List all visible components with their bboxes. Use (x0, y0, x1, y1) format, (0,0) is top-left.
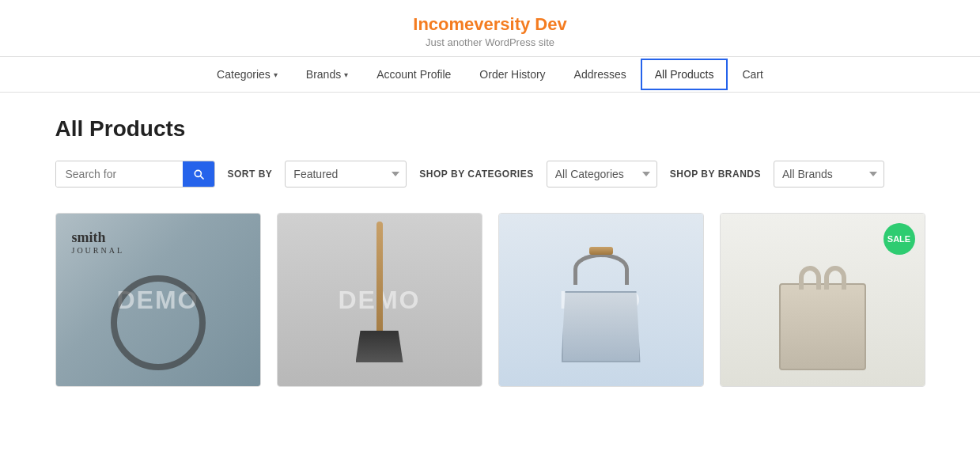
filter-bar: SORT BY Featured Price: Low to High Pric… (55, 161, 925, 188)
product-2-head (356, 331, 403, 362)
product-3-handle (573, 253, 629, 285)
product-image-2: DEMO (278, 214, 482, 386)
search-wrapper (55, 161, 215, 188)
main-nav: Categories ▾ Brands ▾ Account Profile Or… (0, 57, 980, 93)
site-title: Incomeversity Dev (0, 14, 980, 35)
nav-label-cart: Cart (742, 68, 762, 81)
nav-item-cart[interactable]: Cart (728, 57, 777, 92)
product-image-4: SALE DEMO (721, 214, 925, 386)
brands-select[interactable]: All Brands Smith Journal Brand B Brand C (774, 161, 884, 188)
shop-by-brands-label: SHOP BY BRANDS (670, 169, 761, 180)
sale-badge: SALE (884, 223, 915, 255)
chevron-down-icon: ▾ (344, 70, 348, 79)
site-header: Incomeversity Dev Just another WordPress… (0, 0, 980, 57)
product-image-1: smithJOURNAL DEMO (56, 214, 260, 386)
site-tagline: Just another WordPress site (0, 36, 980, 48)
product-card-4[interactable]: SALE DEMO (720, 213, 925, 387)
nav-label-all-products: All Products (655, 68, 714, 81)
product-1-brand: smithJOURNAL (72, 229, 125, 255)
product-3-body (562, 291, 641, 362)
sort-by-select[interactable]: Featured Price: Low to High Price: High … (285, 161, 407, 188)
product-card-3[interactable]: DEMO (498, 213, 704, 387)
page-content: All Products SORT BY Featured Price: Low… (24, 93, 957, 403)
categories-select[interactable]: All Categories Books Tools Bags (547, 161, 657, 188)
search-input[interactable] (56, 161, 183, 187)
nav-item-all-products[interactable]: All Products (641, 59, 728, 90)
product-4-handle-right (824, 266, 846, 290)
search-button[interactable] (183, 161, 214, 187)
chevron-down-icon: ▾ (274, 70, 278, 79)
products-grid: smithJOURNAL DEMO DEMO DEMO (55, 213, 925, 387)
product-card-1[interactable]: smithJOURNAL DEMO (55, 213, 261, 387)
shop-by-categories-label: SHOP BY CATEGORIES (419, 169, 533, 180)
nav-item-addresses[interactable]: Addresses (560, 57, 641, 92)
sort-by-label: SORT BY (228, 169, 273, 180)
product-3-handle-wood (589, 247, 613, 255)
product-card-2[interactable]: DEMO (277, 213, 482, 387)
nav-item-brands[interactable]: Brands ▾ (292, 57, 362, 92)
product-2-stick (376, 222, 383, 348)
nav-label-orders: Order History (479, 68, 545, 81)
page-title: All Products (55, 116, 925, 142)
nav-item-account[interactable]: Account Profile (362, 57, 465, 92)
search-icon (192, 168, 205, 180)
nav-label-brands: Brands (306, 68, 341, 81)
product-1-decoration (111, 275, 206, 370)
product-4-body (779, 283, 866, 370)
product-image-3: DEMO (499, 214, 703, 386)
nav-label-account: Account Profile (376, 68, 451, 81)
nav-inner: Categories ▾ Brands ▾ Account Profile Or… (0, 57, 980, 92)
nav-item-orders[interactable]: Order History (465, 57, 559, 92)
product-4-handle-left (799, 266, 821, 290)
nav-item-categories[interactable]: Categories ▾ (202, 57, 292, 92)
nav-label-categories: Categories (217, 68, 271, 81)
nav-label-addresses: Addresses (574, 68, 626, 81)
